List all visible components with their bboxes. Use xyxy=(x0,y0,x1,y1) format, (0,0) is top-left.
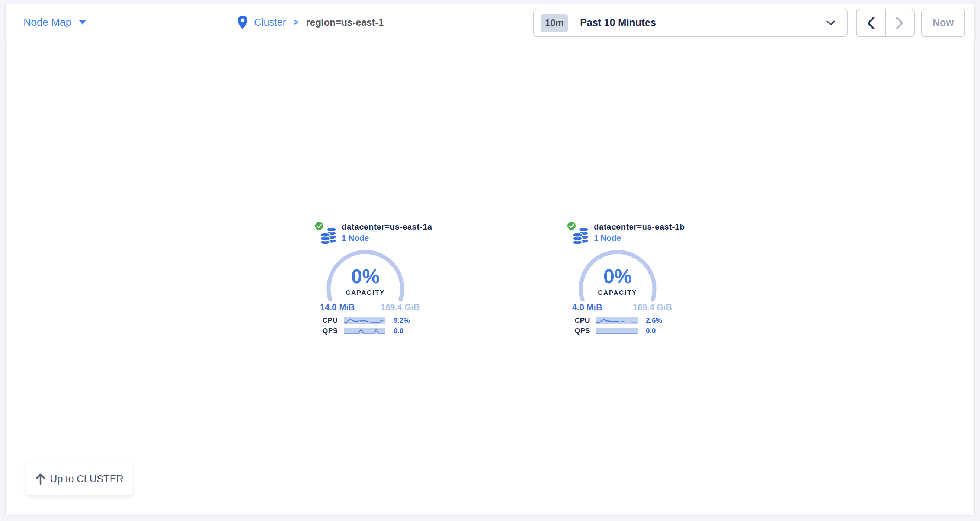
toolbar-divider xyxy=(515,8,516,37)
breadcrumb-cluster-link[interactable]: Cluster xyxy=(254,17,286,28)
view-selector-label: Node Map xyxy=(24,17,72,27)
breadcrumb-separator: > xyxy=(294,17,299,27)
time-range-label: Past 10 Minutes xyxy=(580,17,656,29)
cpu-value: 9.2% xyxy=(394,316,410,325)
cpu-value: 2.6% xyxy=(646,316,662,325)
datacenter-node-count: 1 Node xyxy=(594,233,621,244)
qps-sparkline xyxy=(596,328,638,334)
cpu-sparkline xyxy=(596,317,638,324)
cpu-label: CPU xyxy=(320,316,338,325)
arrow-up-icon xyxy=(36,473,45,484)
qps-metric-row: QPS 0.0 xyxy=(572,327,672,335)
qps-label: QPS xyxy=(572,327,590,335)
capacity-total: 169.4 GiB xyxy=(380,303,420,312)
chevron-left-icon xyxy=(866,16,876,30)
caret-down-icon xyxy=(79,20,86,25)
map-pin-icon xyxy=(238,15,247,29)
chevron-right-icon xyxy=(895,16,904,30)
datacenter-card-us-east-1b[interactable]: datacenter=us-east-1b 1 Node 0% CAPACITY… xyxy=(566,219,722,346)
cpu-metric-row: CPU 2.6% xyxy=(572,316,672,325)
capacity-label: CAPACITY xyxy=(577,289,659,296)
time-prev-button[interactable] xyxy=(857,9,886,37)
up-to-cluster-label: Up to CLUSTER xyxy=(50,473,124,485)
top-bar: Node Map Cluster > region=us-east-1 10m … xyxy=(5,4,975,41)
datacenter-node-count: 1 Node xyxy=(342,233,369,244)
qps-sparkline xyxy=(344,328,385,334)
cpu-label: CPU xyxy=(572,316,590,325)
time-range-badge: 10m xyxy=(541,14,568,32)
chevron-down-icon xyxy=(826,20,836,26)
breadcrumb-current-locality: region=us-east-1 xyxy=(306,17,384,28)
datacenter-card-us-east-1a[interactable]: datacenter=us-east-1a 1 Node 0% CAPACITY… xyxy=(314,219,470,346)
capacity-used: 4.0 MiB xyxy=(572,303,602,312)
up-to-cluster-button[interactable]: Up to CLUSTER xyxy=(26,462,133,496)
time-next-button[interactable] xyxy=(886,9,914,37)
time-history-nav xyxy=(856,8,915,37)
cpu-sparkline xyxy=(344,317,385,324)
view-selector-dropdown[interactable]: Node Map xyxy=(24,5,86,40)
qps-metric-row: QPS 0.0 xyxy=(320,327,420,335)
now-button[interactable]: Now xyxy=(921,8,965,37)
capacity-label: CAPACITY xyxy=(325,289,406,296)
datacenter-title: datacenter=us-east-1b xyxy=(594,221,685,233)
qps-value: 0.0 xyxy=(646,327,655,335)
datacenter-title: datacenter=us-east-1a xyxy=(342,221,432,233)
capacity-percent: 0% xyxy=(325,266,406,287)
node-map-canvas: datacenter=us-east-1a 1 Node 0% CAPACITY… xyxy=(5,40,975,516)
qps-label: QPS xyxy=(320,327,338,335)
cpu-metric-row: CPU 9.2% xyxy=(320,316,420,325)
database-stack-icon xyxy=(572,226,590,245)
capacity-total: 169.4 GiB xyxy=(633,303,672,312)
capacity-used: 14.0 MiB xyxy=(320,303,355,312)
capacity-percent: 0% xyxy=(577,266,659,287)
database-stack-icon xyxy=(320,226,338,245)
breadcrumb: Cluster > region=us-east-1 xyxy=(238,5,383,40)
qps-value: 0.0 xyxy=(394,327,403,335)
time-range-dropdown[interactable]: 10m Past 10 Minutes xyxy=(533,8,848,37)
